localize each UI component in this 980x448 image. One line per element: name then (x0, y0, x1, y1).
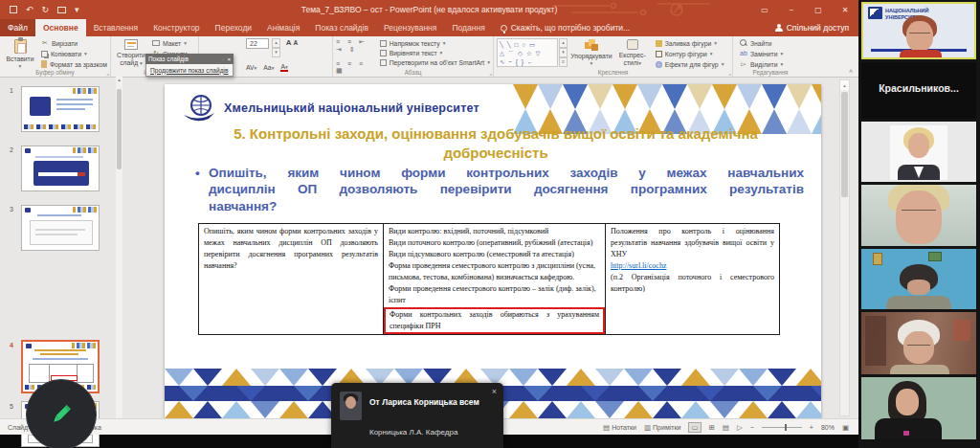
layout-icon (152, 40, 160, 46)
shape-effects-label: Ефекти для фігур (665, 61, 719, 68)
undo-icon[interactable]: ↶ (26, 6, 33, 14)
resume-slideshow-button[interactable]: Продовжити показ слайдів (145, 64, 234, 77)
change-case-button[interactable]: Aa▾ (263, 64, 274, 71)
view-sorter-icon[interactable]: ⊞ (709, 423, 715, 432)
quick-styles-button[interactable]: Експрес- стилі▾ (615, 38, 650, 69)
bullet-icon: • (195, 165, 200, 181)
shape-outline-button[interactable]: Контур фігури ▾ (656, 49, 724, 58)
tab-slideshow[interactable]: Показ слайдів (307, 19, 376, 36)
view-slideshow-icon[interactable]: ▷ (737, 423, 743, 432)
tab-home[interactable]: Основне (35, 19, 86, 36)
slideshow-toolbar-chevron-icon[interactable]: ▾ (222, 56, 225, 62)
font-size-spinner[interactable]: ▴▾ (272, 38, 280, 57)
shapes-gallery[interactable]: ╲ ╲ □ ○ ▭△ ⌒ ◇ ☆ ▽∿ ~ { } ← (497, 38, 558, 67)
view-reading-icon[interactable]: ▤ (723, 423, 729, 432)
comments-button[interactable]: ▥ Примітки (644, 423, 680, 432)
text-direction-button[interactable]: Напрямок тексту ▾ (380, 38, 490, 48)
cut-button[interactable]: ✂ Вирізати (41, 38, 107, 48)
shapes-scroll[interactable]: ▴▾≡ (559, 38, 568, 67)
participant-video[interactable] (861, 185, 976, 246)
tab-file[interactable]: Файл (0, 19, 35, 36)
new-slide-chevron-icon: ▾ (140, 60, 143, 66)
clipboard-dialog-launcher-icon[interactable]: ⌟ (106, 69, 109, 76)
cut-label: Вирізати (52, 40, 78, 47)
slide-thumbnail-3[interactable] (21, 205, 100, 251)
collapse-ribbon-icon[interactable]: ˄ (849, 68, 853, 75)
slideshow-toolbar-close-icon[interactable]: × (227, 56, 231, 62)
regulation-link[interactable]: http://surl.li/cochz (611, 261, 666, 270)
tab-insert[interactable]: Вставлення (86, 19, 145, 36)
slide-bullet-text: • Опишіть, яким чином форми контрольних … (195, 165, 804, 214)
notes-button[interactable]: ▤ Нотатки (603, 423, 636, 432)
align-text-button[interactable]: Вирівняти текст ▾ (380, 48, 490, 57)
ribbon-display-options-icon[interactable]: ▭ (751, 0, 778, 19)
format-painter-button[interactable]: Формат за зразком (41, 59, 107, 69)
select-button[interactable]: ▻ Виділити ▾ (740, 59, 783, 69)
shape-fill-icon (656, 40, 662, 47)
shape-effects-button[interactable]: Ефекти для фігур ▾ (656, 59, 724, 69)
redo-icon[interactable]: ↻ (42, 6, 50, 14)
new-slide-button[interactable]: Створити слайд ▾ (114, 38, 148, 69)
find-button[interactable]: Знайти (740, 38, 783, 48)
minimize-icon[interactable]: − (778, 0, 805, 19)
start-slideshow-icon[interactable] (57, 7, 66, 13)
slide-canvas[interactable]: Хмельницький національний університет 5.… (165, 84, 821, 418)
meeting-screen: ↶ ↻ ▾ Тема_7_ВЗЯВО – ост - PowerPoint (н… (0, 0, 980, 448)
clipboard-group-label: Буфер обміну (0, 69, 110, 76)
tell-me-box[interactable]: Скажіть, що потрібно зробити... (493, 19, 637, 36)
arrange-icon (585, 39, 598, 51)
paste-button[interactable]: Вставити ▾ (3, 38, 37, 69)
maximize-icon[interactable]: ▢ (805, 0, 832, 19)
tab-view[interactable]: Подання (444, 19, 492, 36)
participant-tile-camera-off[interactable]: Красильников... (861, 62, 976, 119)
tab-design[interactable]: Конструктор (145, 19, 207, 36)
zoom-in-icon[interactable]: + (810, 424, 813, 431)
slideshow-toolbar-title: Показ слайдів (148, 56, 189, 62)
copy-button[interactable]: Копіювати ▾ (41, 49, 107, 58)
arrange-button[interactable]: Упорядкувати ▾ (569, 38, 613, 69)
fit-to-window-icon[interactable]: ▣ (842, 423, 849, 432)
slide-thumbnail-1[interactable] (21, 86, 100, 132)
save-icon[interactable] (10, 6, 17, 13)
share-button[interactable]: Спільний доступ (766, 19, 858, 36)
qat-chevron-icon[interactable]: ▾ (75, 6, 79, 14)
smartart-button[interactable]: Перетворити на об'єкт SmartArt ▾ (380, 57, 490, 67)
participant-video-speaker[interactable]: НАЦІОНАЛЬНИЙ УНІВЕРСИТЕТ (861, 2, 976, 59)
shape-fill-label: Заливка фігури (665, 40, 712, 47)
scrollbar-up-icon[interactable]: ▴ (840, 80, 849, 90)
close-icon[interactable]: ✕ (832, 0, 858, 19)
smartart-icon (380, 59, 387, 66)
font-size-input[interactable]: 22 (246, 38, 269, 49)
participant-video[interactable] (861, 312, 976, 374)
thumbnail-scrollbar[interactable]: ▴ (116, 78, 122, 418)
shape-fill-button[interactable]: Заливка фігури ▾ (656, 38, 724, 48)
thumb-number-3: 3 (2, 206, 13, 213)
tab-animations[interactable]: Анімація (259, 19, 307, 36)
layout-button[interactable]: Макет ▾ (152, 38, 188, 48)
zoom-out-icon[interactable]: − (750, 424, 754, 431)
drawing-dialog-launcher-icon[interactable]: ⌟ (728, 69, 731, 76)
view-normal-icon[interactable]: ▭ (688, 422, 701, 433)
paste-label: Вставити (6, 56, 33, 63)
char-spacing-button[interactable]: AV▾ (246, 64, 256, 71)
zoom-slider[interactable] (762, 427, 802, 428)
zoom-level[interactable]: 80% (821, 424, 835, 431)
participant-video[interactable] (861, 122, 976, 182)
grow-font-button[interactable]: А (286, 38, 292, 47)
paragraph-dialog-launcher-icon[interactable]: ⌟ (489, 69, 492, 76)
chat-close-icon[interactable]: × (492, 387, 497, 396)
replace-button[interactable]: ab Замінити ▾ (740, 49, 783, 58)
shrink-font-button[interactable]: А (293, 39, 298, 46)
tab-review[interactable]: Рецензування (376, 19, 444, 36)
participant-video[interactable] (861, 249, 976, 309)
participant-video[interactable] (861, 377, 976, 439)
chat-notification[interactable]: От Лариса Корницька всем × Корницька Л.А… (331, 383, 503, 448)
tab-transitions[interactable]: Переходи (208, 19, 260, 36)
new-slide-label-2: слайд ▾ (120, 59, 143, 67)
slide-thumbnail-2[interactable] (21, 146, 100, 191)
slide-scrollbar[interactable]: ▴ (839, 79, 850, 416)
font-color-button[interactable]: A▾ (280, 63, 287, 72)
scroll-up-icon[interactable]: ▴ (116, 77, 122, 84)
list-buttons[interactable]: ≡ ≡ ⇤ ⇥ ⇕ (336, 38, 370, 54)
annotation-pen-button[interactable] (26, 379, 97, 448)
